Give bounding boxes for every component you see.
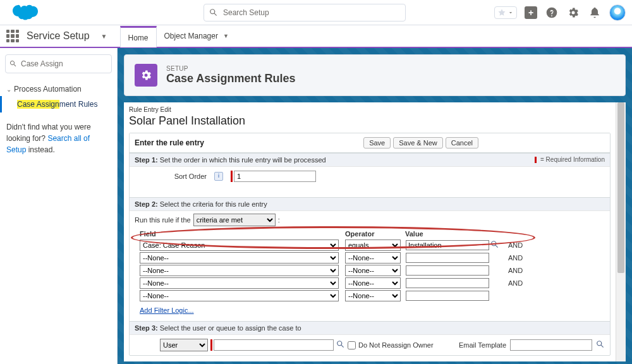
- run-rule-label: Run this rule if the: [135, 216, 191, 224]
- app-menu-chevron[interactable]: ▼: [101, 33, 107, 40]
- context-tabs: Home Object Manager▼: [120, 25, 236, 47]
- criteria-row: Case: Case Reason equals AND: [130, 239, 610, 252]
- criteria-row: --None-- --None-- AND: [130, 252, 610, 264]
- search-icon: [209, 8, 218, 17]
- criteria-field-select[interactable]: --None--: [140, 290, 339, 301]
- criteria-field-select[interactable]: Case: Case Reason: [140, 240, 339, 251]
- star-icon: [497, 8, 506, 17]
- quick-find-input[interactable]: Case Assign: [5, 54, 112, 73]
- tree-group-process-automation[interactable]: Process Automation: [0, 82, 117, 96]
- criteria-grid-header: Field Operator Value: [130, 229, 610, 239]
- lookup-icon[interactable]: [489, 240, 499, 251]
- rule-eyebrow: Rule Entry Edit: [129, 106, 611, 113]
- salesforce-logo: [11, 4, 39, 21]
- criteria-value-input[interactable]: [406, 253, 489, 263]
- criteria-field-select[interactable]: --None--: [140, 252, 339, 264]
- page-title: Case Assignment Rules: [166, 72, 295, 85]
- criteria-value-input[interactable]: [406, 278, 489, 288]
- do-not-reassign-checkbox[interactable]: [348, 341, 356, 349]
- vertical-scrollbar[interactable]: [616, 102, 626, 361]
- criteria-field-select[interactable]: --None--: [140, 277, 339, 289]
- rule-entry-panel: Enter the rule entry Save Save & New Can…: [129, 133, 611, 356]
- sort-order-row: Sort Order i: [130, 167, 610, 186]
- criteria-row: --None-- --None-- AND: [130, 264, 610, 277]
- criteria-operator-select[interactable]: equals: [345, 240, 401, 251]
- gear-icon: [135, 64, 157, 87]
- step3-header: Step 3: Select the user or queue to assi…: [130, 321, 610, 335]
- rule-title: Solar Panel Installation: [129, 114, 611, 128]
- app-name: Service Setup: [27, 30, 90, 42]
- step2-header: Step 2: Select the criteria for this rul…: [130, 197, 610, 211]
- step1-header: Step 1: Set the order in which this rule…: [130, 153, 610, 167]
- page-header: SETUP Case Assignment Rules: [124, 54, 626, 96]
- help-icon-button[interactable]: [545, 6, 559, 20]
- save-button[interactable]: Save: [363, 137, 391, 149]
- sort-order-label: Sort Order: [135, 173, 210, 180]
- main-canvas: SETUP Case Assignment Rules Rule Entry E…: [118, 48, 632, 364]
- classic-iframe: Rule Entry Edit Solar Panel Installation…: [124, 102, 626, 361]
- criteria-row: --None-- --None--: [130, 289, 610, 302]
- page-eyebrow: SETUP: [166, 65, 295, 72]
- cancel-button[interactable]: Cancel: [446, 137, 478, 149]
- setup-no-results-hint: Didn't find what you were looking for? S…: [0, 112, 117, 164]
- setup-gear-icon[interactable]: [566, 6, 580, 20]
- chevron-down-icon: [507, 9, 514, 16]
- global-header: Search Setup +: [0, 0, 632, 25]
- info-icon[interactable]: i: [214, 172, 223, 181]
- tab-home[interactable]: Home: [120, 26, 157, 47]
- criteria-value-input[interactable]: [406, 265, 489, 276]
- criteria-operator-select[interactable]: --None--: [345, 265, 401, 276]
- setup-sidebar: Case Assign Process Automation Case Assi…: [0, 48, 118, 364]
- assignee-type-select[interactable]: User: [160, 339, 208, 351]
- panel-title: Enter the rule entry: [135, 138, 204, 147]
- lookup-icon[interactable]: [336, 340, 345, 351]
- user-avatar[interactable]: [609, 4, 626, 21]
- save-and-new-button[interactable]: Save & New: [393, 137, 443, 149]
- favorites-menu[interactable]: [494, 6, 517, 19]
- criteria-operator-select[interactable]: --None--: [345, 277, 401, 289]
- email-template-input[interactable]: [510, 339, 592, 351]
- tree-item-case-assignment-rules[interactable]: Case Assignment Rules: [0, 96, 117, 112]
- global-create-button[interactable]: +: [525, 6, 537, 19]
- criteria-operator-select[interactable]: --None--: [345, 252, 401, 264]
- global-search-placeholder: Search Setup: [223, 8, 269, 17]
- context-bar: Service Setup ▼ Home Object Manager▼: [0, 25, 632, 48]
- do-not-reassign-label: Do Not Reassign Owner: [358, 341, 434, 349]
- lookup-icon[interactable]: [596, 340, 605, 350]
- criteria-operator-select[interactable]: --None--: [345, 290, 401, 301]
- sort-order-input[interactable]: [234, 171, 316, 182]
- criteria-value-input[interactable]: [406, 240, 489, 250]
- criteria-value-input[interactable]: [406, 291, 489, 301]
- notifications-bell-icon[interactable]: [588, 6, 602, 20]
- run-rule-select[interactable]: criteria are met: [193, 214, 276, 226]
- search-icon: [9, 60, 17, 68]
- app-launcher-icon[interactable]: [6, 30, 19, 42]
- tab-object-manager[interactable]: Object Manager▼: [157, 25, 236, 47]
- criteria-field-select[interactable]: --None--: [140, 265, 339, 276]
- assignee-input[interactable]: [214, 339, 334, 351]
- global-search[interactable]: Search Setup: [204, 4, 406, 21]
- email-template-label: Email Template: [459, 341, 506, 349]
- criteria-row: --None-- --None-- AND: [130, 277, 610, 289]
- chevron-down-icon: ▼: [223, 33, 229, 39]
- assignee-row: User Do Not Reassign Owner Email Templat…: [130, 335, 610, 355]
- global-header-actions: +: [494, 4, 626, 21]
- add-filter-logic-link[interactable]: Add Filter Logic...: [140, 306, 194, 314]
